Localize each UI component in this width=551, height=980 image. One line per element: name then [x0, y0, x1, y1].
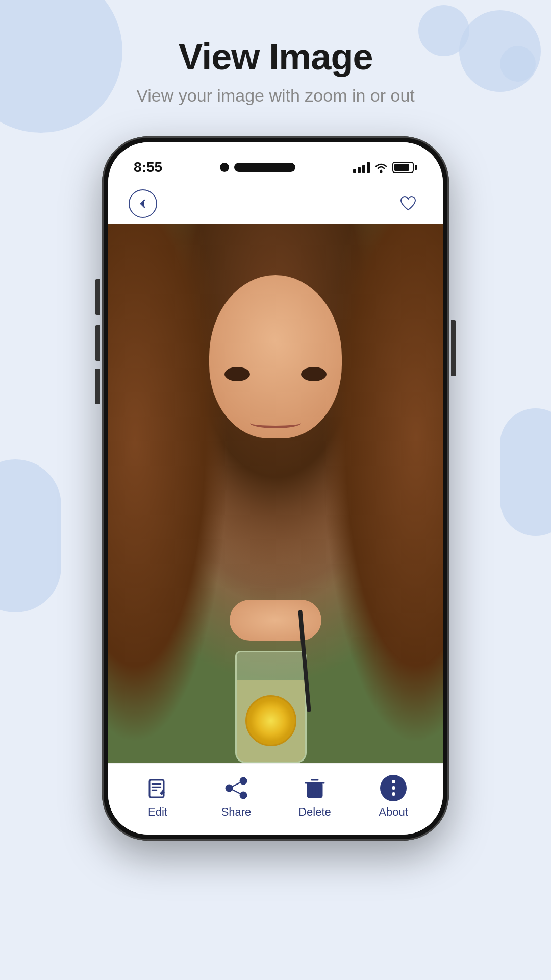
dot-2	[392, 786, 395, 790]
delete-label: Delete	[298, 805, 331, 819]
dot-3	[392, 792, 395, 796]
toolbar-item-share[interactable]: Share	[197, 775, 276, 819]
svg-line-5	[163, 789, 164, 790]
toolbar-item-delete[interactable]: Delete	[276, 775, 354, 819]
share-label: Share	[221, 805, 252, 819]
signal-bar-2	[358, 167, 361, 173]
svg-point-0	[380, 170, 382, 173]
share-icon	[223, 775, 249, 801]
mouth	[250, 418, 301, 428]
svg-line-9	[232, 782, 240, 787]
phone-frame: 8:55	[102, 136, 449, 841]
status-time: 8:55	[134, 159, 162, 176]
about-icon	[380, 775, 407, 801]
signal-bar-4	[367, 162, 370, 173]
page-subtitle: View your image with zoom in or out	[0, 86, 551, 106]
eye-left	[301, 367, 327, 381]
svg-point-8	[226, 785, 232, 791]
lemon-slice	[245, 695, 296, 746]
svg-point-7	[240, 792, 246, 798]
signal-bars-icon	[353, 162, 370, 173]
dot-1	[392, 780, 395, 783]
svg-point-6	[240, 778, 246, 784]
portrait-photo	[108, 224, 443, 763]
image-area	[108, 224, 443, 763]
toolbar-item-edit[interactable]: Edit	[118, 775, 197, 819]
photo-background	[108, 224, 443, 763]
notch-speaker	[234, 163, 295, 172]
status-bar: 8:55	[108, 142, 443, 183]
toolbar-item-about[interactable]: About	[354, 775, 433, 819]
signal-bar-3	[362, 165, 365, 173]
about-label: About	[379, 805, 408, 819]
edit-label: Edit	[148, 805, 167, 819]
back-button[interactable]	[129, 189, 157, 218]
glass	[235, 651, 307, 763]
delete-icon	[302, 775, 328, 801]
eye-right	[224, 367, 250, 381]
favorite-button[interactable]	[394, 189, 422, 218]
phone-wrapper: 8:55	[0, 136, 551, 841]
signal-bar-1	[353, 169, 356, 173]
wifi-icon	[374, 162, 388, 173]
edit-icon	[144, 775, 171, 801]
notch-area	[220, 163, 295, 172]
phone-inner: 8:55	[108, 142, 443, 835]
face	[209, 275, 342, 438]
svg-line-10	[232, 790, 240, 794]
phone-nav	[108, 183, 443, 224]
status-icons	[353, 162, 417, 173]
battery-icon	[392, 162, 417, 173]
drink-area	[225, 620, 317, 763]
page-title: View Image	[0, 36, 551, 78]
notch-camera	[220, 163, 229, 172]
page-header: View Image View your image with zoom in …	[0, 0, 551, 106]
bottom-toolbar: Edit Share	[108, 763, 443, 835]
